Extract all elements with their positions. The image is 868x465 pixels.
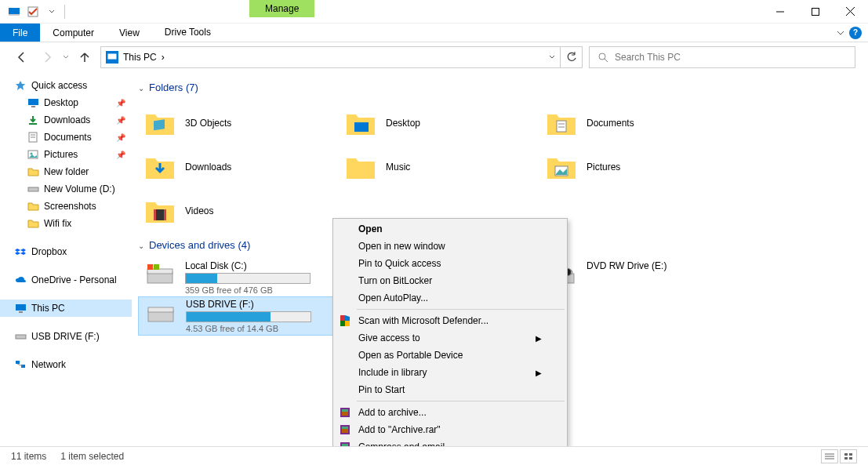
content-pane: ⌄ Folders (7) 3D ObjectsDesktopDocuments… — [132, 72, 868, 446]
address-field[interactable]: This PC › — [100, 46, 561, 68]
folder-item[interactable]: 3D Objects — [138, 101, 339, 145]
pin-icon: 📌 — [116, 116, 125, 125]
rar-icon — [338, 440, 352, 446]
close-button[interactable] — [833, 0, 868, 23]
context-group-drive-tools[interactable]: Drive Tools — [157, 24, 219, 42]
maximize-button[interactable] — [797, 0, 833, 23]
tab-view[interactable]: View — [107, 24, 152, 42]
refresh-button[interactable] — [561, 46, 583, 68]
app-icon — [8, 5, 20, 18]
menu-item[interactable]: Open in new window — [335, 238, 565, 255]
sidebar-item[interactable]: New Volume (D:) — [0, 180, 132, 198]
chevron-right-icon[interactable]: › — [162, 52, 165, 63]
svg-rect-19 — [28, 187, 38, 191]
rar-icon — [338, 405, 352, 420]
menu-item-label: Pin to Quick access — [358, 258, 441, 269]
view-toggle — [821, 449, 857, 463]
chevron-down-icon[interactable]: ⌄ — [138, 84, 144, 93]
breadcrumb[interactable]: This PC — [123, 52, 157, 63]
address-bar: This PC › Search This PC — [0, 42, 868, 72]
chevron-down-icon[interactable]: ⌄ — [138, 242, 144, 250]
menu-item-label: Compress and email... — [358, 441, 452, 446]
details-view-button[interactable] — [821, 449, 838, 463]
divider — [64, 5, 65, 19]
qat-dropdown-icon[interactable] — [45, 5, 58, 18]
menu-item[interactable]: Open as Portable Device — [335, 347, 565, 364]
sidebar-item[interactable]: Pictures📌 — [0, 146, 132, 163]
sidebar-onedrive[interactable]: OneDrive - Personal — [0, 271, 132, 289]
tab-computer[interactable]: Computer — [40, 24, 107, 42]
sidebar-network[interactable]: Network — [0, 356, 132, 373]
sidebar-item[interactable]: Documents📌 — [0, 129, 132, 146]
folder-item[interactable]: Desktop — [339, 101, 539, 145]
menu-item[interactable]: Open — [335, 220, 565, 238]
menu-item[interactable]: Add to "Archive.rar" — [335, 421, 565, 438]
svg-point-9 — [599, 53, 605, 60]
svg-rect-11 — [28, 99, 38, 105]
minimize-button[interactable] — [762, 0, 797, 23]
menu-item[interactable]: Scan with Microsoft Defender... — [335, 312, 565, 329]
search-field[interactable]: Search This PC — [589, 46, 855, 68]
svg-rect-21 — [19, 311, 23, 313]
sidebar-quick-access[interactable]: Quick access — [0, 77, 132, 94]
drive-item[interactable]: Local Disk (C:)359 GB free of 476 GB — [138, 259, 339, 296]
svg-rect-60 — [342, 444, 348, 446]
folder-icon — [27, 200, 39, 213]
chevron-right-icon: ▶ — [536, 369, 542, 377]
sidebar-item[interactable]: Desktop📌 — [0, 94, 132, 111]
folder-item[interactable]: Videos — [138, 189, 339, 233]
sidebar-item-label: New Volume (D:) — [44, 183, 115, 194]
this-pc-icon — [106, 51, 118, 64]
folder-label: Videos — [185, 205, 213, 216]
help-icon[interactable]: ? — [849, 27, 862, 39]
svg-rect-22 — [16, 335, 26, 339]
navigation-pane: Quick access Desktop📌Downloads📌Documents… — [0, 72, 132, 446]
folder-item[interactable]: Documents — [539, 101, 740, 145]
menu-item[interactable]: Compress and email... — [335, 438, 565, 446]
this-pc-icon — [14, 302, 27, 314]
folder-item[interactable]: Downloads — [138, 145, 339, 189]
menu-item[interactable]: Pin to Quick access — [335, 255, 565, 272]
back-button[interactable] — [13, 48, 31, 67]
svg-rect-50 — [345, 321, 350, 326]
folder-icon — [144, 197, 176, 225]
folder-item[interactable]: Pictures — [539, 145, 740, 189]
svg-rect-12 — [31, 106, 35, 107]
sidebar-item[interactable]: Downloads📌 — [0, 111, 132, 129]
forward-button[interactable] — [38, 48, 56, 67]
drive-item[interactable]: USB DRIVE (F:)4.53 GB free of 14.4 GB — [138, 296, 339, 336]
rar-icon — [338, 423, 352, 437]
svg-rect-34 — [164, 209, 166, 220]
section-folders[interactable]: ⌄ Folders (7) — [138, 78, 868, 101]
context-tab-manage[interactable]: Manage — [249, 0, 314, 17]
sidebar-this-pc[interactable]: This PC — [0, 300, 132, 317]
sidebar-dropbox[interactable]: Dropbox — [0, 243, 132, 260]
drive-label: DVD RW Drive (E:) — [587, 260, 666, 271]
folder-item[interactable]: Music — [339, 145, 539, 189]
menu-item[interactable]: Add to archive... — [335, 404, 565, 421]
ribbon-expand-icon[interactable] — [837, 29, 844, 37]
address-dropdown-icon[interactable] — [549, 54, 555, 60]
drive-item[interactable]: DVDDVD RW Drive (E:) — [539, 259, 740, 296]
up-button[interactable] — [75, 48, 94, 67]
sidebar-item[interactable]: Screenshots — [0, 198, 132, 215]
sidebar-item[interactable]: New folder — [0, 163, 132, 180]
svg-rect-28 — [557, 121, 566, 132]
menu-item[interactable]: Give access to▶ — [335, 329, 565, 347]
capacity-bar — [186, 311, 311, 322]
menu-item[interactable]: Pin to Start — [335, 381, 565, 398]
sidebar-item-label: USB DRIVE (F:) — [31, 331, 100, 342]
svg-rect-69 — [844, 457, 848, 460]
qat-properties-icon[interactable] — [27, 5, 39, 18]
file-tab[interactable]: File — [0, 24, 40, 42]
recent-dropdown-icon[interactable] — [63, 54, 69, 60]
svg-rect-68 — [849, 453, 852, 456]
svg-rect-23 — [16, 361, 20, 364]
menu-item[interactable]: Turn on BitLocker — [335, 272, 565, 289]
sidebar-usb-drive[interactable]: USB DRIVE (F:) — [0, 328, 132, 345]
menu-item[interactable]: Include in library▶ — [335, 364, 565, 381]
drive-label: Local Disk (C:) — [185, 260, 311, 271]
menu-item[interactable]: Open AutoPlay... — [335, 289, 565, 307]
icons-view-button[interactable] — [840, 449, 857, 463]
sidebar-item[interactable]: Wifi fix — [0, 215, 132, 232]
